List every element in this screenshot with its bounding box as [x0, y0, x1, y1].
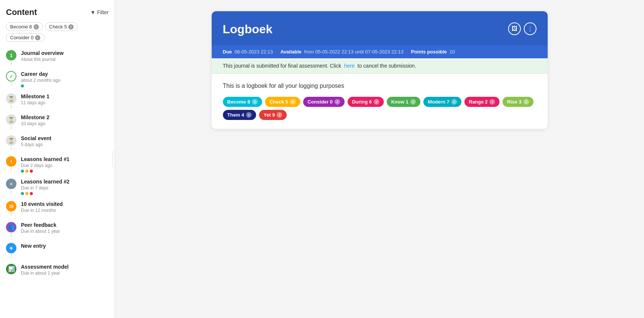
- nav-icon-col: ✓: [6, 71, 16, 86]
- tag-them[interactable]: Them 4i: [223, 110, 256, 120]
- nav-item-social-event[interactable]: ⏳ Social event 5 days ago: [0, 132, 115, 153]
- nav-icon: 👥: [6, 222, 16, 232]
- nav-content: Social event 5 days ago: [21, 135, 109, 147]
- nav-item-lessons-2[interactable]: ≡ Leasons learned #2 Due in 7 days: [0, 176, 115, 198]
- nav-item-sub: Due 2 days ago: [21, 163, 109, 168]
- tag-consider[interactable]: Consider 0i: [303, 97, 345, 107]
- available-meta: Available from 05-05-2022 22:13 until 07…: [280, 49, 404, 55]
- tag-label: Yet 9: [264, 112, 275, 118]
- dot: [25, 170, 28, 173]
- logboek-card: Logboek 🖼 ⋮ Due 06-05-2023 22:13 Availab…: [212, 11, 548, 129]
- nav-item-sub: Due in 7 days: [21, 185, 109, 191]
- nav-item-title: Journal overview: [21, 50, 109, 56]
- nav-item-milestone-1[interactable]: ⏳ Milestone 1 11 days ago: [0, 90, 115, 111]
- nav-icon-col: 📊: [6, 264, 16, 274]
- nav-connector: [11, 167, 12, 171]
- dot: [21, 192, 24, 195]
- filter-tag-become[interactable]: Become 8i: [6, 22, 43, 31]
- nav-item-title: Milestone 1: [21, 93, 109, 99]
- nav-item-lessons-1[interactable]: ! Leasons learned #1 Due 2 days ago: [0, 153, 115, 176]
- nav-item-journal-overview[interactable]: 1 Journal overview About this journal: [0, 47, 115, 68]
- tag-label: During 6: [352, 99, 372, 105]
- nav-icon-col: ⏳: [6, 93, 16, 108]
- tag-label: Modern 7: [428, 99, 449, 105]
- nav-item-milestone-2[interactable]: ⏳ Milestone 2 10 days ago: [0, 111, 115, 132]
- tag-label: Become 8: [227, 99, 250, 105]
- nav-content: Career day about 2 months ago: [21, 71, 109, 87]
- tag-rise[interactable]: Rise 3i: [503, 97, 533, 107]
- filter-tag-info: i: [68, 24, 74, 30]
- nav-item-peer-feedback[interactable]: 👥 Peer feedback Due in about 1 year: [0, 219, 115, 240]
- nav-icon-col: 👥: [6, 222, 16, 237]
- nav-item-title: Leasons learned #1: [21, 156, 109, 162]
- nav-item-sub: About this journal: [21, 57, 109, 62]
- tag-info-icon: i: [451, 99, 457, 105]
- nav-item-sub: 11 days ago: [21, 100, 109, 105]
- filter-icon: ▼: [90, 9, 96, 15]
- nav-connector: [11, 105, 12, 108]
- points-value: 10: [449, 49, 455, 55]
- filter-tag-label: Check 5: [49, 24, 67, 30]
- sidebar-title: Content: [6, 7, 37, 17]
- available-label: Available: [280, 49, 302, 55]
- nav-item-assessment-model[interactable]: 📊 Assessment model Due in about 1 year: [0, 261, 115, 279]
- nav-connector: [11, 146, 12, 150]
- nav-icon-col: +: [6, 243, 16, 258]
- card-header: Logboek 🖼 ⋮: [212, 11, 548, 45]
- filter-button[interactable]: ▼ Filter: [90, 9, 109, 15]
- card-title: Logboek: [223, 22, 273, 36]
- tag-check[interactable]: Check 5i: [265, 97, 300, 107]
- card-meta: Due 06-05-2023 22:13 Available from 05-0…: [212, 45, 548, 58]
- nav-content: Leasons learned #2 Due in 7 days: [21, 179, 109, 195]
- tag-modern[interactable]: Modern 7i: [423, 97, 461, 107]
- nav-item-title: New entry: [21, 243, 109, 249]
- nav-icon: +: [6, 243, 16, 253]
- nav-icon: ⏳: [6, 93, 16, 104]
- dot: [21, 84, 24, 87]
- filter-tag-check[interactable]: Check 5i: [45, 22, 78, 31]
- nav-content: Leasons learned #1 Due 2 days ago: [21, 156, 109, 173]
- nav-item-sub: about 2 months ago: [21, 78, 109, 83]
- nav-item-sub: Due in about 1 year: [21, 271, 109, 276]
- nav-icon-col: ⏳: [6, 135, 16, 150]
- nav-item-new-entry[interactable]: + New entry: [0, 240, 115, 261]
- nav-item-career-day[interactable]: ✓ Career day about 2 months ago: [0, 68, 115, 90]
- tag-during[interactable]: During 6i: [348, 97, 384, 107]
- card-header-actions: 🖼 ⋮: [508, 22, 536, 35]
- filter-tag-label: Consider 0: [10, 35, 34, 40]
- filter-tag-info: i: [35, 35, 40, 40]
- nav-icon: 10: [6, 201, 16, 212]
- more-options-button[interactable]: ⋮: [524, 22, 536, 35]
- tag-become[interactable]: Become 8i: [223, 97, 262, 107]
- tag-label: Know 1: [391, 99, 408, 105]
- nav-item-title: 10 events visited: [21, 201, 109, 207]
- sidebar-header: Content ▼ Filter: [0, 0, 115, 21]
- tag-yet[interactable]: Yet 9i: [259, 110, 287, 120]
- notice-end: to cancel the submission.: [358, 63, 416, 69]
- filter-tags: Become 8iCheck 5iConsider 0i: [0, 21, 115, 46]
- nav-content: New entry: [21, 243, 109, 249]
- nav-connector: [11, 82, 12, 86]
- nav-item-events-visited[interactable]: 10 10 events visited Due in 12 months: [0, 198, 115, 219]
- tag-know[interactable]: Know 1i: [387, 97, 420, 107]
- nav-item-title: Assessment model: [21, 264, 109, 270]
- notice-link[interactable]: here: [344, 63, 355, 69]
- tag-range[interactable]: Range 2i: [464, 97, 500, 107]
- nav-content: 10 events visited Due in 12 months: [21, 201, 109, 213]
- filter-tag-label: Become 8: [10, 24, 32, 30]
- collapse-button[interactable]: ‹: [112, 152, 115, 167]
- card-notice: This journal is submitted for final asse…: [212, 58, 548, 74]
- tag-info-icon: i: [335, 99, 340, 105]
- tag-label: Range 2: [469, 99, 488, 105]
- nav-list: 1 Journal overview About this journal ✓ …: [0, 46, 115, 318]
- tag-info-icon: i: [290, 99, 296, 105]
- nav-connector: [11, 212, 12, 216]
- nav-icon: ⏳: [6, 114, 16, 125]
- card-body: This is a logboek for all your logging p…: [212, 74, 548, 129]
- nav-icon: 📊: [6, 264, 16, 274]
- nav-connector: [11, 233, 12, 237]
- card-description: This is a logboek for all your logging p…: [223, 83, 536, 89]
- filter-tag-consider[interactable]: Consider 0i: [6, 33, 44, 42]
- tag-info-icon: i: [252, 99, 258, 105]
- image-button[interactable]: 🖼: [508, 22, 521, 35]
